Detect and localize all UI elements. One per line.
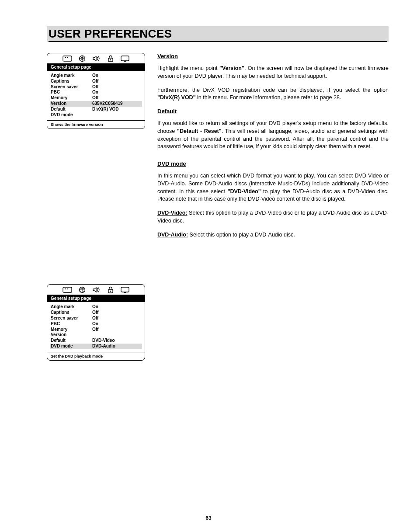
osd-value: Off <box>92 316 141 321</box>
text: Select this option to play a DVD-Video d… <box>157 210 389 224</box>
osd-value: 635V2C050419 <box>92 101 141 107</box>
svg-rect-6 <box>121 56 129 61</box>
osd-value: On <box>92 304 141 310</box>
paragraph: Highlight the menu point "Version". On t… <box>157 65 389 80</box>
osd-value: On <box>92 90 141 95</box>
heading-dvdmode: DVD mode <box>157 160 389 167</box>
svg-rect-2 <box>67 57 68 58</box>
osd-label: DVD mode <box>51 344 92 349</box>
osd-row: Angle markOn <box>51 73 141 79</box>
osd-label: PBC <box>51 321 92 327</box>
text-bold: "Default - Reset" <box>177 128 222 134</box>
osd-row: Version <box>51 332 141 338</box>
title-bar: USER PREFERENCES <box>47 26 389 42</box>
osd-label: Default <box>51 338 92 344</box>
text: Select this option to play a DVD-Audio d… <box>188 232 295 238</box>
osd-label: Angle mark <box>51 73 92 79</box>
osd-row: Screen saverOff <box>51 316 141 321</box>
svg-rect-0 <box>63 56 72 61</box>
osd-value: On <box>92 321 141 327</box>
text: Highlight the menu point <box>157 65 219 71</box>
osd-value: DVD-Audio <box>92 344 141 349</box>
osd-value: Off <box>92 95 141 101</box>
osd-value <box>92 112 141 118</box>
osd-value: On <box>92 73 141 79</box>
osd-row: DVD mode <box>51 112 141 118</box>
settings-icon <box>63 55 72 62</box>
osd-row: PBCOn <box>51 90 141 95</box>
osd-row: CaptionsOff <box>51 79 141 84</box>
osd-label: PBC <box>51 90 92 95</box>
paragraph: DVD-Audio: Select this option to play a … <box>157 231 389 239</box>
svg-rect-10 <box>67 289 68 289</box>
osd-value: Off <box>92 84 141 90</box>
osd-label: Version <box>51 101 92 107</box>
osd-label: DVD mode <box>51 112 92 118</box>
svg-point-5 <box>110 59 111 61</box>
osd-dvdmode-box: General setup page Angle markOn Captions… <box>47 284 145 360</box>
osd-label: Screen saver <box>51 84 92 90</box>
osd-body: Angle markOn CaptionsOff Screen saverOff… <box>47 71 145 120</box>
display-icon <box>120 286 130 293</box>
svg-rect-7 <box>124 61 126 62</box>
text-bold: "DivX(R) VOD" <box>157 94 196 101</box>
osd-footer: Shows the firmware version <box>47 120 145 129</box>
osd-row: PBCOn <box>51 321 141 327</box>
page-title: USER PREFERENCES <box>49 27 387 42</box>
text-bold: "Version" <box>219 65 244 71</box>
osd-row-selected: DVD modeDVD-Audio <box>50 344 142 349</box>
osd-icon-row <box>47 285 145 295</box>
osd-label: Captions <box>51 310 92 316</box>
right-column: Version Highlight the menu point "Versio… <box>157 53 389 370</box>
osd-row: MemoryOff <box>51 95 141 101</box>
display-icon <box>120 55 130 62</box>
osd-title: General setup page <box>47 295 145 302</box>
paragraph: DVD-Video: Select this option to play a … <box>157 209 389 225</box>
text-bold-underline: DVD-Video: <box>157 210 188 216</box>
text: in this menu. For more information, plea… <box>196 94 341 101</box>
osd-body: Angle markOn CaptionsOff Screen saverOff… <box>47 302 145 351</box>
speaker-icon <box>92 286 101 293</box>
osd-label: Memory <box>51 95 92 101</box>
globe-icon <box>79 286 86 293</box>
lock-icon <box>108 286 114 293</box>
globe-icon <box>79 55 86 62</box>
svg-rect-1 <box>65 57 66 58</box>
osd-footer: Set the DVD playback mode <box>47 352 145 360</box>
svg-rect-15 <box>124 292 126 293</box>
main-columns: General setup page Angle markOn Captions… <box>47 53 389 370</box>
settings-icon <box>63 286 72 293</box>
osd-title: General setup page <box>47 63 145 71</box>
lock-icon <box>108 55 114 62</box>
svg-rect-9 <box>65 289 66 289</box>
osd-row: Screen saverOff <box>51 84 141 90</box>
osd-row: DefaultDivX(R) VOD <box>51 107 141 112</box>
paragraph: In this menu you can select which DVD fo… <box>157 172 389 203</box>
text-bold: "DVD-Video" <box>227 188 261 195</box>
osd-value: Off <box>92 327 141 333</box>
osd-value: Off <box>92 310 141 316</box>
osd-label: Angle mark <box>51 304 92 310</box>
osd-row: MemoryOff <box>51 327 141 333</box>
osd-value: DivX(R) VOD <box>92 107 141 112</box>
osd-icon-row <box>47 53 145 63</box>
paragraph: Furthermore, the DivX VOD registration c… <box>157 87 389 102</box>
osd-value: Off <box>92 79 141 84</box>
heading-default: Default <box>157 108 389 115</box>
left-column: General setup page Angle markOn Captions… <box>47 53 145 370</box>
paragraph: If you would like to return all settings… <box>157 120 389 151</box>
osd-version-box: General setup page Angle markOn Captions… <box>47 53 145 129</box>
osd-label: Version <box>51 332 92 338</box>
osd-row: Angle markOn <box>51 304 141 310</box>
osd-row: DefaultDVD-Video <box>51 338 141 344</box>
svg-point-13 <box>110 291 111 292</box>
text-bold-underline: DVD-Audio: <box>157 232 188 238</box>
osd-label: Default <box>51 107 92 112</box>
osd-label: Captions <box>51 79 92 84</box>
spacer <box>47 139 145 284</box>
speaker-icon <box>92 55 101 62</box>
svg-rect-8 <box>63 287 72 292</box>
osd-row-selected: Version635V2C050419 <box>50 101 142 107</box>
text: Furthermore, the DivX VOD registration c… <box>157 87 389 93</box>
osd-value <box>92 332 141 338</box>
